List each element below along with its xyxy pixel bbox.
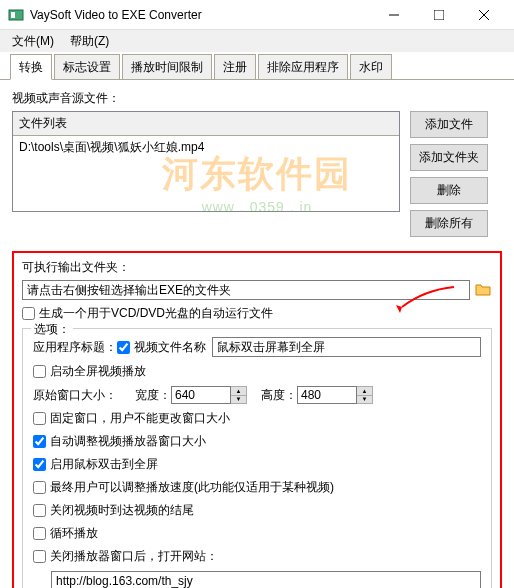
menubar: 文件(M) 帮助(Z) [0,30,514,52]
auto-adjust-checkbox[interactable]: 自动调整视频播放器窗口大小 [33,433,206,450]
height-input[interactable] [297,386,357,404]
minimize-button[interactable] [371,1,416,29]
vcd-checkbox[interactable]: 生成一个用于VCD/DVD光盘的自动运行文件 [22,305,273,322]
width-label: 宽度： [135,387,171,404]
orig-size-label: 原始窗口大小： [33,387,117,404]
fullscreen-checkbox[interactable]: 启动全屏视频播放 [33,363,146,380]
file-list-body[interactable]: D:\tools\桌面\视频\狐妖小红娘.mp4 [13,136,399,211]
options-title: 选项： [31,321,73,338]
tab-timelimit[interactable]: 播放时间限制 [122,54,212,79]
video-name-checkbox[interactable]: 视频文件名称 [117,339,206,356]
window-title: VaySoft Video to EXE Converter [30,8,371,22]
content: 视频或声音源文件： 文件列表 D:\tools\桌面\视频\狐妖小红娘.mp4 … [0,80,514,588]
delete-button[interactable]: 删除 [410,177,488,204]
browse-folder-icon[interactable] [474,281,492,299]
svg-rect-1 [11,12,15,18]
app-title-input[interactable] [212,337,481,357]
open-url-checkbox[interactable]: 关闭播放器窗口后，打开网站： [33,548,218,565]
loop-checkbox[interactable]: 循环播放 [33,525,98,542]
tab-exclude[interactable]: 排除应用程序 [258,54,348,79]
add-file-button[interactable]: 添加文件 [410,111,488,138]
width-spinner[interactable]: ▲▼ [231,386,247,404]
output-folder-label: 可执行输出文件夹： [22,259,492,276]
options-group: 选项： 应用程序标题： 视频文件名称 启动全屏视频播放 原始窗口大小： 宽度： … [22,328,492,588]
width-input[interactable] [171,386,231,404]
svg-rect-3 [434,10,444,20]
file-item[interactable]: D:\tools\桌面\视频\狐妖小红娘.mp4 [19,139,393,156]
tab-convert[interactable]: 转换 [10,54,52,80]
menu-help[interactable]: 帮助(Z) [62,31,117,52]
height-label: 高度： [261,387,297,404]
add-folder-button[interactable]: 添加文件夹 [410,144,488,171]
close-end-checkbox[interactable]: 关闭视频时到达视频的结尾 [33,502,194,519]
app-title-label: 应用程序标题： [33,339,117,356]
dblclick-checkbox[interactable]: 启用鼠标双击到全屏 [33,456,158,473]
file-list-header: 文件列表 [13,112,399,136]
height-spinner[interactable]: ▲▼ [357,386,373,404]
file-list-box: 文件列表 D:\tools\桌面\视频\狐妖小红娘.mp4 [12,111,400,212]
menu-file[interactable]: 文件(M) [4,31,62,52]
speed-checkbox[interactable]: 最终用户可以调整播放速度(此功能仅适用于某种视频) [33,479,334,496]
output-section: 可执行输出文件夹： 生成一个用于VCD/DVD光盘的自动运行文件 选项： 应用程… [12,251,502,588]
tab-register[interactable]: 注册 [214,54,256,79]
tabbar: 转换 标志设置 播放时间限制 注册 排除应用程序 水印 [0,54,514,80]
tab-logo[interactable]: 标志设置 [54,54,120,79]
output-folder-input[interactable] [22,280,470,300]
video-source-label: 视频或声音源文件： [12,90,502,107]
app-icon [8,7,24,23]
maximize-button[interactable] [416,1,461,29]
url-input[interactable] [51,571,481,588]
close-button[interactable] [461,1,506,29]
titlebar: VaySoft Video to EXE Converter [0,0,514,30]
fixed-window-checkbox[interactable]: 固定窗口，用户不能更改窗口大小 [33,410,230,427]
tab-watermark[interactable]: 水印 [350,54,392,79]
delete-all-button[interactable]: 删除所有 [410,210,488,237]
